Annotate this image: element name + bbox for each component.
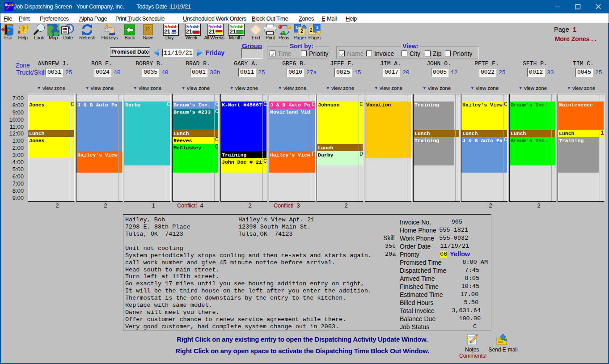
svg-text:21: 21: [230, 29, 236, 35]
svg-text:21: 21: [164, 29, 170, 35]
svg-text:21: 21: [209, 29, 215, 35]
svg-text:1: 1: [316, 25, 318, 30]
svg-text:21: 21: [186, 29, 192, 35]
svg-text:2: 2: [310, 28, 313, 33]
svg-text:1: 1: [296, 25, 298, 30]
svg-text:BLSS: BLSS: [5, 3, 13, 6]
